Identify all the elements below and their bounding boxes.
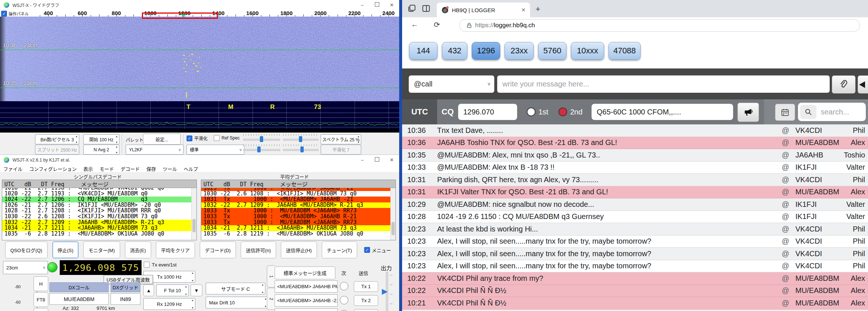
menu-item[interactable]: ファイル bbox=[0, 165, 26, 172]
mention-select[interactable]: @call bbox=[409, 75, 494, 93]
tab-1[interactable]: 1 bbox=[267, 265, 275, 287]
chat-row[interactable]: 10:23Alex, I will stop, nil seen.....man… bbox=[402, 248, 868, 260]
tx-even-checkbox[interactable]: Tx even/1st bbox=[144, 262, 177, 268]
address-bar[interactable]: https://logger.hb9q.ch bbox=[459, 19, 860, 32]
maximize-icon[interactable] bbox=[370, 157, 384, 163]
control-panel-checkbox[interactable]: ✓ 操作パネル bbox=[1, 11, 29, 17]
zero2-slider[interactable] bbox=[283, 146, 318, 153]
chat-row[interactable]: 10:23Alex, I will stop, nil seen.....man… bbox=[402, 260, 868, 273]
chat-row[interactable]: 10:36Tnx text Dave, ........@VK4CDIPhil bbox=[402, 124, 868, 137]
tx-to-rx-button[interactable]: ▲ bbox=[143, 285, 154, 296]
main-button[interactable]: 停止(S) bbox=[52, 241, 79, 258]
main-button[interactable]: チューン(T) bbox=[322, 241, 357, 258]
chat-row[interactable]: 10:36JA6AHB Toshio TNX for QSO. Best -21… bbox=[402, 137, 868, 149]
band-button-47088[interactable]: 47088 bbox=[609, 42, 641, 60]
send-button[interactable] bbox=[858, 75, 868, 93]
band-button-144[interactable]: 144 bbox=[409, 42, 438, 60]
palette-select[interactable]: YL2KF bbox=[126, 145, 184, 155]
tx-message-field[interactable]: <MU/EA8DBM> JA6AHB R-21 bbox=[275, 308, 338, 311]
announce-button[interactable] bbox=[738, 103, 759, 122]
refspec-checkbox[interactable]: Ref Spec bbox=[214, 135, 240, 141]
band-button-1296[interactable]: 1296 bbox=[472, 42, 500, 60]
close-icon[interactable]: ✕ bbox=[384, 2, 399, 8]
chat-row[interactable]: 10:33@MU/EA8DBM: Alex tnx B -18 73 !!@IK… bbox=[402, 162, 868, 174]
menu-item[interactable]: モード bbox=[96, 165, 117, 172]
generate-messages-button[interactable]: 標準メッセージ生成 bbox=[275, 266, 335, 279]
chat-row[interactable]: 10:22VK4CDI Phil Ñ Ñ Ð½@MU/EA8DBMAlex bbox=[402, 285, 868, 297]
tx-message-field[interactable]: <MU/EA8DBM> JA6AHB -21 bbox=[275, 294, 338, 307]
decode-row[interactable]: 1035 -6 2.8 1219 : <MU/EA8DBM> OK1UGA JO… bbox=[2, 231, 191, 237]
calendar-button[interactable] bbox=[775, 104, 795, 121]
tx-button[interactable]: Tx 3 bbox=[354, 309, 378, 311]
chat-row[interactable]: 10:281024 -19 2.6 1150 : CQ MU/EA8DBM q3… bbox=[402, 211, 868, 223]
band-button-10xxx[interactable]: 10xxx bbox=[571, 42, 604, 60]
minimize-icon[interactable]: – bbox=[355, 2, 370, 8]
main-titlebar[interactable]: WSJT-X v2.6.1 by K1JT et al. – ✕ bbox=[0, 155, 399, 165]
tab-stack-icon[interactable] bbox=[407, 4, 416, 13]
main-button[interactable]: 送信停止(H) bbox=[281, 241, 317, 258]
tx-button[interactable]: Tx 2 bbox=[354, 295, 378, 306]
rx-to-tx-button[interactable]: ▼ bbox=[191, 285, 202, 296]
chat-row[interactable]: 10:29@MU/EA8DBM: nice sgnalbut now no de… bbox=[402, 198, 868, 211]
navg-spinner[interactable]: N Avg 2 bbox=[83, 145, 119, 155]
spectrum-plot[interactable]: TMR73 bbox=[0, 101, 399, 132]
radio-2nd[interactable] bbox=[558, 107, 567, 116]
menu-item[interactable]: 表示 bbox=[80, 165, 96, 172]
menu-item[interactable]: 保存 bbox=[143, 165, 159, 172]
chat-row[interactable]: 10:23Alex, I will stop, nil seen.....man… bbox=[402, 236, 868, 248]
chat-row[interactable]: 10:31Parking dish, QRT here, tnx agn Ale… bbox=[402, 174, 868, 186]
close-icon[interactable]: ✕ bbox=[384, 157, 399, 163]
main-button[interactable]: QSOをログ(Q) bbox=[5, 241, 48, 258]
search-box[interactable]: search... bbox=[798, 103, 866, 121]
mode-button-ft8[interactable]: FT8 bbox=[34, 292, 48, 307]
refresh-icon[interactable]: ⟳ bbox=[434, 20, 440, 29]
main-button[interactable]: 送信許可(n) bbox=[241, 241, 276, 258]
menu-item[interactable]: コンフィグレーション bbox=[26, 165, 80, 172]
chat-row[interactable]: 10:23At least the kbd is working Hi...@V… bbox=[402, 223, 868, 236]
scrollbar[interactable] bbox=[390, 188, 395, 240]
widegraph-titlebar[interactable]: WSJT-X - ワイドグラフ – ✕ bbox=[0, 0, 399, 10]
output-power-slider[interactable] bbox=[382, 272, 393, 311]
chat-row[interactable]: 10:22VK4CDI Phil any trace from my?@MU/E… bbox=[402, 272, 868, 285]
dx-call-field[interactable]: MU/EA8DBM bbox=[49, 293, 109, 305]
rx-freq-spinner[interactable]: Rx 1209 Hz bbox=[143, 298, 195, 310]
spectrum-percent-spinner[interactable]: スペクトラム 25 % bbox=[321, 134, 361, 144]
attach-button[interactable] bbox=[832, 75, 855, 93]
chat-row[interactable]: 10:21VK4CDI Phil Ñ Ñ Ð½@MU/EA8DBMAlex bbox=[402, 297, 868, 310]
tx-message-radio[interactable] bbox=[340, 282, 348, 290]
main-button[interactable]: 平均をクリア bbox=[156, 241, 195, 258]
split-window-icon[interactable] bbox=[422, 4, 430, 13]
gain2-slider[interactable] bbox=[243, 146, 280, 153]
band-button-23xx[interactable]: 23xx bbox=[505, 42, 534, 60]
menu-item[interactable]: デコード bbox=[117, 165, 143, 172]
minimize-icon[interactable]: – bbox=[355, 157, 370, 163]
new-tab-icon[interactable]: + bbox=[536, 4, 540, 14]
cq-message-input[interactable]: Q65-60C 1000 CFOM,,.... bbox=[592, 104, 733, 120]
maximize-icon[interactable] bbox=[370, 2, 384, 8]
main-button[interactable]: デコード(D) bbox=[200, 241, 236, 258]
start-freq-spinner[interactable]: 開始 100 Hz bbox=[83, 134, 119, 144]
palette-adjust-button[interactable]: 設定... bbox=[143, 134, 181, 145]
scrollbar[interactable] bbox=[191, 188, 196, 240]
dx-grid-field[interactable]: IN89 bbox=[111, 293, 140, 305]
mode-button-ft4[interactable]: FT4 bbox=[34, 308, 48, 311]
decode-row[interactable]: 1035 -6 2.8 1219 : <MU/EA8DBM> OK1UGA JO… bbox=[201, 231, 390, 237]
maxdrift-spinner[interactable]: Max Drift 10 bbox=[206, 297, 268, 308]
radio-1st[interactable] bbox=[527, 107, 536, 116]
tx-message-field[interactable]: <MU/EA8DBM> JA6AHB PM53 bbox=[275, 280, 338, 293]
band-select[interactable]: 23cm bbox=[3, 261, 48, 274]
main-button[interactable]: モニター(M) bbox=[83, 241, 120, 258]
ftol-spinner[interactable]: F Tol 10 bbox=[156, 285, 189, 296]
main-button[interactable]: 消去(E) bbox=[125, 241, 151, 258]
tab-close-icon[interactable]: ✕ bbox=[517, 7, 530, 13]
bins-per-pixel-spinner[interactable]: Bin数/ピクセル 3 bbox=[35, 134, 79, 144]
chat-row[interactable]: 10:181016 -22 2.7 1050 : ¦¦¦¦ MU/EA8DBM … bbox=[402, 310, 868, 311]
tab-2[interactable]: 2 bbox=[267, 288, 275, 310]
band-button-432[interactable]: 432 bbox=[442, 42, 467, 60]
band-button-5760[interactable]: 5760 bbox=[538, 42, 567, 60]
gain-slider[interactable] bbox=[243, 135, 280, 143]
menu-item[interactable]: ツール bbox=[159, 165, 180, 172]
submode-spinner[interactable]: サブモード C bbox=[206, 283, 265, 294]
browser-tab[interactable]: HB9Q | LOGGER ✕ bbox=[437, 3, 530, 17]
chat-row[interactable]: 10:35@MU/EA8DBM: Alex, mni tnx qso ,B -2… bbox=[402, 149, 868, 162]
